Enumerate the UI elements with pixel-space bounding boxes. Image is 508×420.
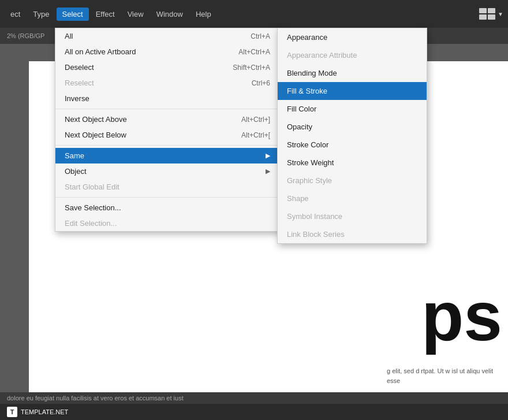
- menu-ect[interactable]: ect: [5, 8, 26, 21]
- submenu-item-opacity[interactable]: Opacity: [278, 118, 427, 136]
- submenu-item-blending-mode[interactable]: Blending Mode: [278, 64, 427, 82]
- menu-item-object[interactable]: Object ▶: [55, 163, 279, 179]
- separator-3: [55, 197, 279, 198]
- workspace-icon: [479, 8, 495, 20]
- menu-item-reselect: Reselect Ctrl+6: [55, 75, 279, 91]
- chevron-right-icon: ▶: [266, 152, 270, 159]
- menu-item-start-global-edit: Start Global Edit: [55, 179, 279, 195]
- menu-select[interactable]: Select: [57, 8, 89, 21]
- submenu-item-fill-stroke[interactable]: Fill & Stroke: [278, 82, 427, 100]
- submenu-item-stroke-color[interactable]: Stroke Color: [278, 136, 427, 154]
- submenu-item-symbol-instance: Symbol Instance: [278, 207, 427, 225]
- menu-window[interactable]: Window: [151, 8, 189, 21]
- menu-item-all[interactable]: All Ctrl+A: [55, 28, 279, 44]
- bottom-lorem: dolore eu feugiat nulla facilisis at ver…: [0, 392, 508, 404]
- same-submenu: Appearance Appearance Attribute Blending…: [277, 28, 427, 244]
- submenu-item-stroke-weight[interactable]: Stroke Weight: [278, 154, 427, 172]
- lorem-text-right: g elit, sed d rtpat. Ut w isl ut aliqu v…: [387, 366, 502, 385]
- menu-item-save-selection[interactable]: Save Selection...: [55, 200, 279, 215]
- menu-items: ect Type Select Effect View Window Help: [5, 8, 217, 21]
- submenu-item-fill-color[interactable]: Fill Color: [278, 100, 427, 118]
- large-text: ps: [421, 281, 502, 351]
- separator-2: [55, 145, 279, 146]
- submenu-item-graphic-style: Graphic Style: [278, 172, 427, 189]
- submenu-item-appearance[interactable]: Appearance: [278, 28, 427, 46]
- separator-1: [55, 109, 279, 109]
- submenu-item-shape: Shape: [278, 189, 427, 207]
- menu-item-inverse[interactable]: Inverse: [55, 91, 279, 106]
- chevron-down-icon: ▼: [498, 11, 503, 17]
- menu-item-next-above[interactable]: Next Object Above Alt+Ctrl+]: [55, 111, 279, 127]
- workspace-switcher[interactable]: ▼: [479, 8, 503, 20]
- template-logo: T TEMPLATE.NET: [7, 407, 68, 417]
- menu-item-same[interactable]: Same ▶: [55, 148, 279, 163]
- menu-type[interactable]: Type: [27, 8, 55, 21]
- logo-name: TEMPLATE.NET: [21, 408, 68, 415]
- menu-help[interactable]: Help: [190, 8, 217, 21]
- menu-item-deselect[interactable]: Deselect Shift+Ctrl+A: [55, 60, 279, 75]
- menu-item-all-artboard[interactable]: All on Active Artboard Alt+Ctrl+A: [55, 44, 279, 60]
- menubar: ect Type Select Effect View Window Help …: [0, 0, 508, 28]
- zoom-info: 2% (RGB/GP: [7, 32, 44, 39]
- menu-item-edit-selection: Edit Selection...: [55, 215, 279, 231]
- chevron-right-icon: ▶: [266, 168, 270, 175]
- select-dropdown: All Ctrl+A All on Active Artboard Alt+Ct…: [55, 28, 280, 232]
- menubar-right: ▼: [479, 8, 503, 20]
- menu-view[interactable]: View: [122, 8, 150, 21]
- menu-effect[interactable]: Effect: [90, 8, 121, 21]
- bottombar: T TEMPLATE.NET: [0, 404, 508, 420]
- submenu-item-appearance-attribute: Appearance Attribute: [278, 46, 427, 64]
- menu-item-next-below[interactable]: Next Object Below Alt+Ctrl+[: [55, 127, 279, 143]
- logo-icon: T: [7, 407, 17, 417]
- submenu-item-link-block-series: Link Block Series: [278, 225, 427, 243]
